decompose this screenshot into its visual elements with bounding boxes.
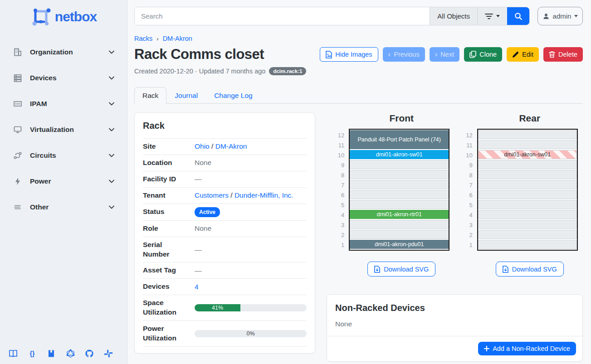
empty-rack-slot[interactable] <box>350 200 449 209</box>
chevron-down-icon <box>108 100 115 107</box>
detail-link[interactable]: Ohio <box>195 142 210 150</box>
sidebar-item-ipam[interactable]: IPAM <box>0 91 127 116</box>
breadcrumb-link[interactable]: DM-Akron <box>163 35 192 42</box>
detail-label: Asset Tag <box>143 266 186 275</box>
tab-journal[interactable]: Journal <box>166 87 206 104</box>
empty-rack-slot[interactable] <box>478 220 577 229</box>
delete-button[interactable]: Delete <box>543 47 583 62</box>
empty-rack-slot[interactable] <box>478 230 577 239</box>
next-button[interactable]: › Next <box>430 47 460 62</box>
hide-images-button[interactable]: Hide Images <box>320 47 378 62</box>
detail-row: Tenant Customers / Dunder-Mifflin, Inc. <box>143 188 307 204</box>
empty-rack-slot[interactable] <box>350 190 449 199</box>
community-icon[interactable] <box>103 349 113 359</box>
empty-rack-slot[interactable] <box>478 130 577 139</box>
empty-rack-slot[interactable] <box>478 140 577 149</box>
content-area: Rack Site Ohio / DM-Akron Location None … <box>134 112 583 364</box>
sidebar-item-other[interactable]: Other <box>0 194 127 220</box>
rack-device[interactable]: dmi01-akron-sw01 <box>350 150 449 159</box>
detail-link[interactable]: 4 <box>195 283 199 291</box>
netbox-logo[interactable]: netbox <box>0 6 127 27</box>
sidebar-item-power[interactable]: Power <box>0 168 127 194</box>
detail-link[interactable]: DM-Akron <box>215 142 247 150</box>
empty-rack-slot[interactable] <box>478 170 577 179</box>
rear-elevation: Rear 121110987654321 dmi01-akron-sw01 Do… <box>455 112 583 277</box>
sidebar-item-circuits[interactable]: Circuits <box>0 142 127 168</box>
empty-rack-slot[interactable] <box>350 160 449 169</box>
breadcrumb-link[interactable]: Racks <box>134 35 152 42</box>
front-elevation-title: Front <box>367 113 414 124</box>
graphql-icon[interactable] <box>65 349 75 359</box>
object-id-badge: dcim.rack:1 <box>269 67 306 75</box>
sidebar-item-label: Devices <box>30 74 108 82</box>
api-docs-icon[interactable] <box>46 349 56 359</box>
edit-button[interactable]: Edit <box>507 47 539 62</box>
page-title: Rack Comms closet <box>134 46 264 63</box>
sidebar-item-label: Organization <box>30 48 108 56</box>
empty-rack-slot[interactable] <box>478 180 577 189</box>
unit-number: 1 <box>332 240 344 250</box>
empty-rack-slot[interactable] <box>350 170 449 179</box>
chevron-down-icon <box>108 204 115 211</box>
clone-button[interactable]: Clone <box>464 47 502 62</box>
tab-rack[interactable]: Rack <box>134 87 166 104</box>
tab-change-log[interactable]: Change Log <box>206 87 260 104</box>
user-name: admin <box>553 12 571 20</box>
front-elevation: Front 121110987654321 Panduit 48-Port Pa… <box>327 112 455 277</box>
other-icon <box>13 202 23 212</box>
detail-link[interactable]: Dunder-Mifflin, Inc. <box>234 191 293 199</box>
rack-device[interactable]: dmi01-akron-rtr01 <box>350 210 449 219</box>
chevron-left-icon: ‹ <box>388 50 391 58</box>
download-svg-button-rear[interactable]: Download SVG <box>496 262 564 277</box>
sidebar-item-label: Power <box>30 177 108 185</box>
sidebar-item-organization[interactable]: Organization <box>0 39 127 65</box>
detail-row: Role None <box>143 221 307 237</box>
file-download-icon <box>503 266 508 273</box>
empty-rack-slot[interactable] <box>478 160 577 169</box>
add-non-racked-device-button[interactable]: Add a Non-Racked Device <box>478 342 576 355</box>
download-svg-button-front[interactable]: Download SVG <box>367 262 435 277</box>
rest-api-icon[interactable]: {} <box>27 349 37 359</box>
github-icon[interactable] <box>84 349 94 359</box>
docs-icon[interactable] <box>8 349 18 359</box>
rack-device[interactable]: dmi01-akron-pdu01 <box>350 240 449 249</box>
empty-rack-slot[interactable] <box>478 210 577 219</box>
chevron-down-icon <box>108 152 115 159</box>
search-input[interactable] <box>135 7 430 25</box>
status-badge: Active <box>195 207 220 217</box>
user-menu-button[interactable]: admin <box>537 7 583 25</box>
unit-number: 2 <box>332 230 344 240</box>
netbox-logo-icon <box>30 6 51 27</box>
empty-rack-slot[interactable] <box>478 190 577 199</box>
search-filter-button[interactable] <box>477 7 507 25</box>
detail-row: Devices 4 <box>143 279 307 295</box>
detail-value: — <box>195 175 202 183</box>
chevron-down-icon <box>108 49 115 56</box>
main-content: All Objects adm <box>127 0 591 364</box>
empty-rack-slot[interactable] <box>350 220 449 229</box>
previous-button[interactable]: ‹ Previous <box>383 47 425 62</box>
empty-rack-slot[interactable] <box>350 230 449 239</box>
detail-link[interactable]: Customers <box>195 191 229 199</box>
unit-number: 5 <box>332 200 344 210</box>
sidebar-item-devices[interactable]: Devices <box>0 65 127 91</box>
right-column: Front 121110987654321 Panduit 48-Port Pa… <box>327 112 583 362</box>
sidebar-item-virtualization[interactable]: Virtualization <box>0 116 127 142</box>
rack-device[interactable]: dmi01-akron-sw01 <box>478 150 577 159</box>
filter-icon <box>485 13 493 19</box>
unit-number: 4 <box>460 210 473 220</box>
unit-number: 8 <box>460 170 473 180</box>
empty-rack-slot[interactable] <box>478 240 577 249</box>
rack-device[interactable]: Panduit 48-Port Patch Panel (74) <box>350 130 449 149</box>
search-scope-button[interactable]: All Objects <box>430 7 477 25</box>
image-file-icon <box>326 51 332 58</box>
detail-label: Facility ID <box>143 175 186 184</box>
detail-label: Role <box>143 224 186 233</box>
svg-text:{}: {} <box>30 350 35 357</box>
rack-elevations: Front 121110987654321 Panduit 48-Port Pa… <box>327 112 583 277</box>
detail-row: Power Utilization 0% <box>143 321 307 347</box>
empty-rack-slot[interactable] <box>350 180 449 189</box>
empty-rack-slot[interactable] <box>478 200 577 209</box>
search-button[interactable] <box>507 7 529 25</box>
user-icon <box>542 13 550 20</box>
